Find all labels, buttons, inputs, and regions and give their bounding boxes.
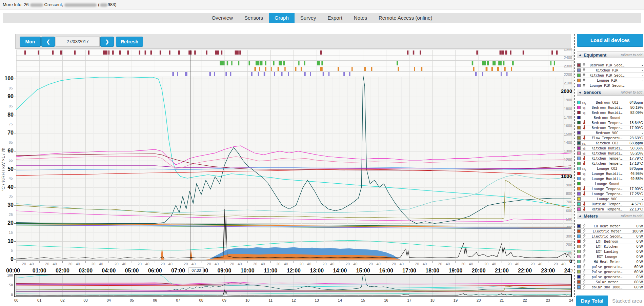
- svg-text:12: 12: [291, 298, 296, 302]
- device-name: Bedroom Temper…: [587, 126, 627, 130]
- device-row[interactable]: %RHKitchen Humidi…50.36%: [577, 146, 644, 151]
- device-row[interactable]: Kitchen PIR-: [577, 68, 644, 73]
- series-color-swatch: [577, 146, 581, 150]
- device-row[interactable]: Bedroom PIR Seco…-: [577, 63, 644, 68]
- svg-text:13:00: 13:00: [310, 268, 324, 273]
- device-value: -: [627, 197, 644, 201]
- device-row[interactable]: Lounge Sound-: [577, 181, 644, 186]
- device-row[interactable]: Solar meter60 W: [577, 280, 644, 285]
- device-row[interactable]: Return Tempera…22.13°C: [577, 207, 644, 212]
- device-row[interactable]: Lounge Tempera…17.90°C: [577, 186, 644, 191]
- device-row[interactable]: Electric Secon…0 W: [577, 234, 644, 239]
- svg-text:19: 19: [454, 298, 458, 302]
- device-row[interactable]: %RHBedroom Humidi…50.19%: [577, 105, 644, 110]
- svg-text:200: 200: [566, 243, 572, 247]
- device-name: Lounge VOC: [587, 197, 627, 201]
- device-row[interactable]: Bedroom VOC-: [577, 130, 644, 136]
- svg-text:20: 20: [322, 262, 326, 266]
- refresh-button[interactable]: Refresh: [116, 37, 143, 47]
- load-all-devices-button[interactable]: Load all devices: [577, 34, 643, 47]
- svg-text:700: 700: [566, 200, 572, 204]
- device-value: 0 W: [627, 275, 644, 279]
- device-row[interactable]: Pulse generato…60 W: [577, 269, 644, 274]
- device-row[interactable]: Lounge PIR Secon…-: [577, 83, 644, 88]
- overview-chart[interactable]: 1005000001020304050607080910111213141516…: [7, 273, 573, 302]
- svg-text:40: 40: [515, 262, 519, 266]
- day-of-week-button[interactable]: Mon: [20, 37, 41, 47]
- date-field[interactable]: 27/03/2017: [56, 37, 100, 47]
- device-row[interactable]: Lounge PIR-: [577, 78, 644, 83]
- pir-icon: [582, 68, 586, 72]
- svg-text:40: 40: [145, 262, 149, 266]
- device-name: HW Heat Meter: [587, 260, 627, 264]
- device-name: Pulse generato…: [587, 270, 627, 274]
- series-color-swatch: [577, 187, 581, 190]
- device-row[interactable]: %RHLounge Humidit…49.55%: [577, 176, 644, 181]
- device-name: Return Tempera…: [587, 207, 627, 211]
- series-color-swatch: [577, 121, 581, 124]
- day-total-button[interactable]: Day Total: [576, 295, 608, 306]
- device-row[interactable]: pulse generato…0 W: [577, 274, 644, 280]
- device-row[interactable]: HW Heat Meter0 W: [577, 259, 644, 264]
- device-row[interactable]: %RHBedroom Humidi…52.09%: [577, 110, 644, 115]
- device-row[interactable]: solar sno 1888…60 W: [577, 285, 644, 290]
- collapse-icon[interactable]: ◄: [578, 214, 582, 218]
- device-row[interactable]: Flow Temperatu…23.63°C: [577, 136, 644, 141]
- device-row[interactable]: Lounge VOC-: [577, 197, 644, 202]
- svg-text:20: 20: [438, 262, 442, 266]
- svg-text:21:00: 21:00: [495, 268, 509, 273]
- device-row[interactable]: Outside Temper…4.57°C: [577, 202, 644, 207]
- svg-text:18:00: 18:00: [425, 268, 439, 273]
- svg-text:1300: 1300: [564, 149, 572, 153]
- device-name: Lounge PIR Secon…: [587, 84, 627, 87]
- device-row[interactable]: EXT Kitchen0 W: [577, 244, 644, 249]
- device-row[interactable]: %RHLounge Humidit…46.95%: [577, 171, 644, 176]
- device-row[interactable]: Electric Meter180 W: [577, 229, 644, 234]
- series-color-swatch: [577, 285, 581, 289]
- section-header-sensors[interactable]: ◄Sensorsrollover to add: [577, 89, 644, 96]
- power-icon: [583, 224, 586, 228]
- device-value: -: [627, 78, 644, 82]
- svg-text:21: 21: [500, 298, 504, 302]
- device-value: 55.28%: [627, 151, 644, 155]
- device-row[interactable]: EXT Bedroom0 W: [577, 239, 644, 244]
- device-row[interactable]: Kitchen Temper…17.79°C: [577, 156, 644, 161]
- svg-text:20: 20: [415, 262, 419, 266]
- series-color-swatch: [577, 207, 581, 211]
- device-row[interactable]: CO2Kitchen CO2683ppm: [577, 141, 644, 146]
- device-row[interactable]: Bedroom Sound-: [577, 115, 644, 120]
- svg-text:40: 40: [492, 262, 496, 266]
- device-row[interactable]: EXT Landing0 W: [577, 249, 644, 254]
- svg-text:1500: 1500: [564, 132, 572, 136]
- section-header-equipment[interactable]: ◄Equipmentrollover to add: [577, 52, 644, 58]
- device-name: solar sno 1888…: [587, 285, 627, 289]
- device-name: Bedroom Humidi…: [587, 111, 627, 115]
- device-value: 52.09%: [627, 110, 644, 115]
- collapse-icon[interactable]: ◄: [578, 90, 582, 94]
- device-row[interactable]: Bedroom Temper…17.90°C: [577, 125, 644, 130]
- device-row[interactable]: %RHKitchen Humidi…55.28%: [577, 151, 644, 156]
- device-row[interactable]: Lounge Tempera…17.25°C: [577, 191, 644, 197]
- next-day-button[interactable]: ❯: [100, 37, 114, 47]
- device-row[interactable]: Bedroom Temper…18.64°C: [577, 120, 644, 125]
- device-row[interactable]: CH Heat Meter0 W: [577, 224, 644, 229]
- device-row[interactable]: pulse generato…60 W: [577, 264, 644, 269]
- collapse-icon[interactable]: ◄: [578, 53, 582, 57]
- series-color-swatch: [577, 167, 581, 170]
- svg-text:20: 20: [369, 262, 373, 266]
- device-row[interactable]: Kitchen PIR Seco…-: [577, 73, 644, 78]
- series-color-swatch: [577, 250, 581, 253]
- previous-day-button[interactable]: ❮: [41, 37, 55, 47]
- device-row[interactable]: Kitchen Temper…17.18°C: [577, 161, 644, 166]
- device-name: Kitchen CO2: [587, 141, 627, 145]
- device-row[interactable]: CO2Bedroom CO2648ppm: [577, 100, 644, 105]
- svg-text:20: 20: [45, 262, 49, 266]
- device-row[interactable]: EXT Lounge0 W: [577, 254, 644, 259]
- svg-text:20: 20: [22, 262, 26, 266]
- device-row[interactable]: CO2Lounge CO2570ppm: [577, 166, 644, 171]
- series-color-swatch: [577, 68, 581, 72]
- svg-text:40: 40: [469, 262, 473, 266]
- device-value: 50.19%: [627, 105, 644, 109]
- series-color-swatch: [577, 229, 581, 233]
- section-header-meters[interactable]: ◄Metersrollover to add: [577, 212, 644, 219]
